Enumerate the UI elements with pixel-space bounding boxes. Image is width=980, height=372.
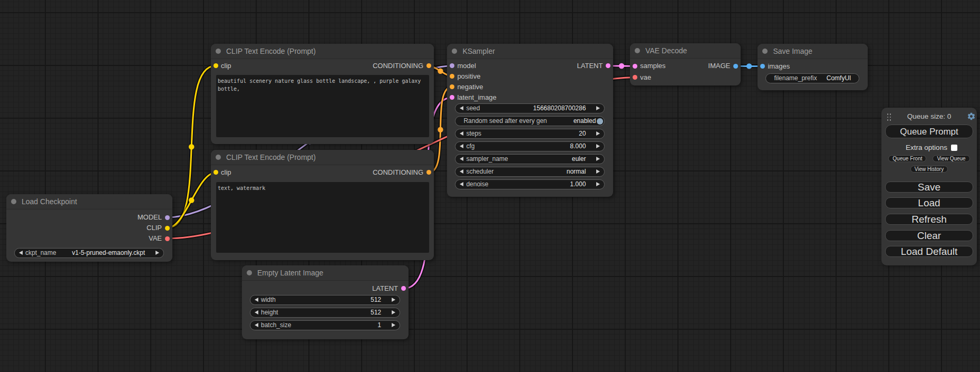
node-load-checkpoint[interactable]: Load Checkpoint MODEL CLIP VAE ckpt_name… [6, 194, 172, 262]
link-midpoint-dot[interactable] [746, 63, 752, 69]
decrement-arrow-icon[interactable] [460, 169, 463, 174]
view-queue-button[interactable]: View Queue [933, 155, 969, 162]
widget-value[interactable]: normal [567, 167, 586, 176]
widget-batch_size[interactable]: batch_size 1 [250, 320, 400, 330]
prompt-textarea[interactable]: beautiful scenery nature glass bottle la… [216, 75, 429, 137]
decrement-arrow-icon[interactable] [255, 298, 258, 302]
widget-width[interactable]: width 512 [250, 295, 400, 305]
queue-size-label: Queue size: 0 [881, 111, 977, 122]
node-title-bar[interactable]: CLIP Text Encode (Prompt) [211, 44, 434, 59]
increment-arrow-icon[interactable] [596, 169, 600, 174]
input-slot-samples[interactable] [633, 64, 637, 69]
increment-arrow-icon[interactable] [392, 298, 395, 302]
output-slot-CONDITIONING[interactable] [426, 170, 431, 175]
load-default-button[interactable]: Load Default [885, 246, 973, 257]
output-slot-CLIP[interactable] [165, 226, 170, 231]
output-slot-label: VAE [149, 233, 162, 244]
increment-arrow-icon[interactable] [392, 323, 395, 327]
node-title-bar[interactable]: CLIP Text Encode (Prompt) [211, 150, 434, 165]
link-midpoint-dot[interactable] [189, 144, 194, 149]
refresh-button[interactable]: Refresh [885, 214, 973, 225]
view-history-button[interactable]: View History [910, 166, 948, 173]
widget-ckpt_name[interactable]: ckpt_name v1-5-pruned-emaonly.ckpt [14, 248, 164, 258]
queue-prompt-button[interactable]: Queue Prompt [885, 125, 973, 138]
widget-value[interactable]: ComfyUI [827, 74, 851, 83]
increment-arrow-icon[interactable] [596, 131, 600, 136]
widget-value[interactable]: 1.000 [570, 180, 586, 189]
node-clip-text-encode-2[interactable]: CLIP Text Encode (Prompt) clip CONDITION… [211, 150, 434, 260]
decrement-arrow-icon[interactable] [460, 131, 463, 136]
decrement-arrow-icon[interactable] [255, 310, 258, 314]
increment-arrow-icon[interactable] [596, 157, 600, 161]
increment-arrow-icon[interactable] [392, 310, 395, 314]
output-slot-LATENT[interactable] [401, 286, 406, 291]
widget-filename_prefix[interactable]: filename_prefix ComfyUI [765, 73, 859, 83]
input-slot-clip[interactable] [214, 63, 218, 68]
input-slot-latent_image[interactable] [450, 95, 454, 100]
widget-value[interactable]: v1-5-pruned-emaonly.ckpt [72, 249, 145, 257]
decrement-arrow-icon[interactable] [255, 323, 258, 327]
decrement-arrow-icon[interactable] [460, 144, 463, 148]
output-slot-VAE[interactable] [165, 236, 170, 241]
widget-value[interactable]: 8.000 [570, 142, 586, 151]
increment-arrow-icon[interactable] [596, 106, 600, 110]
widget-seed[interactable]: seed 156680208700286 [455, 103, 605, 113]
widget-steps[interactable]: steps 20 [455, 129, 605, 139]
input-slot-negative[interactable] [450, 84, 454, 89]
widget-sampler_name[interactable]: sampler_name euler [455, 154, 605, 164]
decrement-arrow-icon[interactable] [460, 182, 463, 186]
widget-denoise[interactable]: denoise 1.000 [455, 179, 605, 189]
queue-front-button[interactable]: Queue Front [888, 155, 926, 162]
node-clip-text-encode-1[interactable]: CLIP Text Encode (Prompt) clip CONDITION… [211, 44, 434, 144]
node-title-bar[interactable]: KSampler [447, 44, 613, 59]
input-slot-positive[interactable] [450, 74, 454, 79]
widget-value[interactable]: 512 [371, 295, 381, 304]
link-midpoint-dot[interactable] [438, 69, 443, 74]
toggle-dot-icon[interactable] [597, 118, 603, 125]
node-empty-latent-image[interactable]: Empty Latent Image LATENT width 512 heig… [242, 265, 409, 339]
node-graph-canvas[interactable]: Load Checkpoint MODEL CLIP VAE ckpt_name… [0, 0, 980, 372]
increment-arrow-icon[interactable] [596, 144, 600, 148]
link-midpoint-dot[interactable] [438, 127, 443, 132]
widget-value[interactable]: 20 [579, 129, 586, 138]
widget-Random seed after every gen[interactable]: Random seed after every gen enabled [455, 116, 605, 126]
widget-cfg[interactable]: cfg 8.000 [455, 141, 605, 151]
settings-gear-icon[interactable] [967, 112, 976, 121]
widget-label: Random seed after every gen [463, 117, 547, 126]
input-slot-model[interactable] [450, 63, 454, 68]
node-title-bar[interactable]: Empty Latent Image [242, 265, 409, 281]
prompt-textarea[interactable]: text, watermark [216, 182, 429, 253]
output-slot-IMAGE[interactable] [733, 64, 738, 69]
widget-height[interactable]: height 512 [250, 308, 400, 318]
input-slot-vae[interactable] [633, 75, 637, 80]
node-save-image[interactable]: Save Image imagesfilename_prefix ComfyUI [758, 44, 868, 90]
output-slot-CONDITIONING[interactable] [426, 63, 431, 68]
input-slot-images[interactable] [760, 64, 765, 69]
decrement-arrow-icon[interactable] [19, 251, 23, 255]
node-ksampler[interactable]: KSampler model positive negative latent_… [447, 44, 613, 197]
node-title-bar[interactable]: VAE Decode [630, 43, 741, 59]
widget-scheduler[interactable]: scheduler normal [455, 167, 605, 177]
node-vae-decode[interactable]: VAE Decode samples vae IMAGE [630, 43, 741, 85]
output-slot-MODEL[interactable] [165, 215, 170, 220]
node-title-bar[interactable]: Load Checkpoint [6, 194, 172, 209]
node-title-bar[interactable]: Save Image [758, 44, 868, 59]
node-title: CLIP Text Encode (Prompt) [226, 150, 316, 165]
input-slot-clip[interactable] [214, 170, 218, 175]
save-button[interactable]: Save [885, 182, 973, 193]
load-button[interactable]: Load [885, 197, 973, 208]
decrement-arrow-icon[interactable] [460, 106, 463, 110]
decrement-arrow-icon[interactable] [460, 157, 463, 161]
clear-button[interactable]: Clear [885, 230, 973, 241]
output-slot-LATENT[interactable] [606, 63, 610, 68]
node-title: VAE Decode [645, 43, 687, 58]
widget-value[interactable]: 1 [377, 321, 381, 330]
link-midpoint-dot[interactable] [189, 197, 194, 203]
widget-value[interactable]: 512 [371, 308, 381, 317]
widget-value[interactable]: euler [572, 155, 586, 164]
increment-arrow-icon[interactable] [156, 251, 159, 255]
extra-options-checkbox[interactable] [951, 145, 957, 151]
widget-value[interactable]: 156680208700286 [533, 104, 586, 113]
link-midpoint-dot[interactable] [619, 63, 624, 69]
increment-arrow-icon[interactable] [596, 182, 600, 186]
